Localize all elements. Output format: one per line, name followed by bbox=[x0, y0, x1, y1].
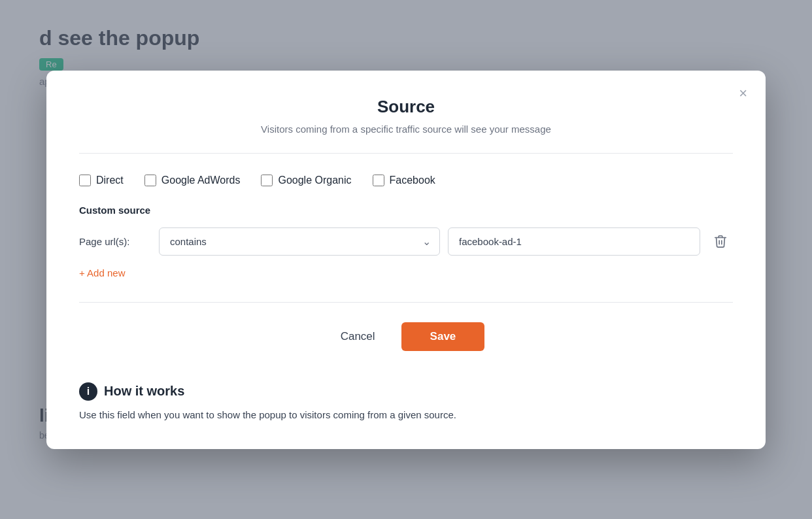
modal-subtitle: Visitors coming from a specific traffic … bbox=[79, 124, 733, 135]
checkbox-direct-label: Direct bbox=[96, 175, 124, 186]
url-value-input[interactable] bbox=[448, 227, 700, 256]
checkbox-row: Direct Google AdWords Google Organic Fac… bbox=[79, 175, 733, 186]
checkbox-google-organic-label: Google Organic bbox=[278, 175, 351, 186]
checkbox-google-adwords-label: Google AdWords bbox=[161, 175, 241, 186]
save-button[interactable]: Save bbox=[401, 322, 485, 351]
checkbox-facebook-input[interactable] bbox=[373, 175, 384, 186]
info-icon: i bbox=[79, 382, 97, 401]
modal-overlay: × Source Visitors coming from a specific… bbox=[0, 0, 812, 519]
modal-top-divider bbox=[79, 153, 733, 154]
checkbox-direct-input[interactable] bbox=[79, 175, 91, 186]
page-url-row: Page url(s): contains equals starts with… bbox=[79, 227, 733, 256]
how-it-works-section: i How it works Use this field when you w… bbox=[79, 367, 733, 423]
how-it-works-description: Use this field when you want to show the… bbox=[79, 407, 733, 423]
add-new-button[interactable]: + Add new bbox=[79, 267, 125, 278]
delete-url-button[interactable] bbox=[708, 230, 733, 252]
modal-footer: Cancel Save bbox=[79, 322, 733, 351]
cancel-button[interactable]: Cancel bbox=[328, 324, 388, 350]
checkbox-google-adwords[interactable]: Google AdWords bbox=[144, 175, 241, 186]
custom-source-label: Custom source bbox=[79, 205, 733, 216]
modal-title: Source bbox=[79, 97, 733, 117]
trash-icon bbox=[713, 234, 728, 248]
checkbox-facebook[interactable]: Facebook bbox=[373, 175, 435, 186]
how-it-works-title-row: i How it works bbox=[79, 382, 733, 401]
contains-select-wrapper: contains equals starts with ends with ⌄ bbox=[159, 227, 440, 256]
checkbox-google-organic[interactable]: Google Organic bbox=[261, 175, 351, 186]
checkbox-google-adwords-input[interactable] bbox=[144, 175, 156, 186]
source-modal: × Source Visitors coming from a specific… bbox=[46, 71, 766, 449]
url-condition-select[interactable]: contains equals starts with ends with bbox=[159, 227, 440, 256]
modal-close-button[interactable]: × bbox=[736, 84, 750, 103]
checkbox-direct[interactable]: Direct bbox=[79, 175, 124, 186]
page-url-label: Page url(s): bbox=[79, 236, 151, 247]
checkbox-google-organic-input[interactable] bbox=[261, 175, 273, 186]
checkbox-facebook-label: Facebook bbox=[390, 175, 435, 186]
modal-bottom-divider bbox=[79, 302, 733, 303]
how-it-works-title: How it works bbox=[104, 384, 184, 399]
